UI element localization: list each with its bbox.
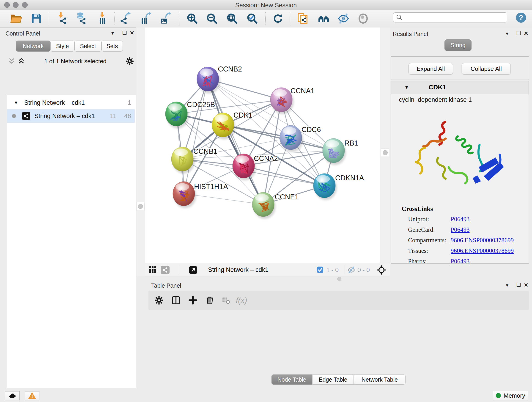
panel-menu-icon[interactable]: ▾	[506, 282, 508, 288]
network-node-CCNA1[interactable]: CCNA1	[270, 87, 315, 114]
section-expand-icon[interactable]: ▼	[404, 85, 409, 90]
search-input[interactable]	[403, 14, 500, 21]
table-columns-icon[interactable]	[170, 294, 182, 307]
search-field[interactable]	[393, 12, 507, 22]
hidden-eye-slash-icon[interactable]	[347, 266, 355, 274]
crosslink-label: Pharos:	[408, 258, 451, 265]
crosslinks-title: CrossLinks	[402, 205, 529, 212]
tab-network-table[interactable]: Network Table	[354, 375, 405, 385]
network-view-toolbar: String Network – cdk1 1 - 0 0 - 0	[145, 263, 390, 276]
network-collection-row[interactable]: ▼ String Network – cdk1 1	[7, 96, 135, 109]
save-session-icon[interactable]	[30, 12, 43, 25]
tab-edge-table[interactable]: Edge Table	[312, 375, 354, 385]
collapse-all-button[interactable]: Collapse All	[462, 63, 511, 75]
tab-sets[interactable]: Sets	[101, 41, 123, 51]
results-content-box: ▼ CDK1 cyclin–dependent kinase 1 Cros	[391, 81, 529, 264]
open-session-icon[interactable]	[9, 12, 22, 25]
panel-close-icon[interactable]: ✕	[524, 282, 528, 288]
right-splitter-grip[interactable]	[381, 148, 389, 157]
table-function-builder-icon[interactable]: f(x)	[235, 294, 248, 307]
help-button[interactable]	[515, 12, 526, 23]
export-table-icon[interactable]	[139, 12, 152, 25]
table-delete-table-icon[interactable]	[220, 294, 232, 307]
control-panel-title: Control Panel	[6, 30, 40, 37]
zoom-out-icon[interactable]	[205, 12, 219, 25]
clipboard-share-icon[interactable]	[296, 12, 309, 25]
expand-all-button[interactable]: Expand All	[409, 63, 453, 75]
tab-string[interactable]: String	[444, 39, 472, 51]
network-node-CCNB2[interactable]: CCNB2	[197, 65, 242, 94]
birds-eye-view-icon[interactable]	[189, 266, 197, 274]
window-title: Session: New Session	[0, 2, 532, 9]
panel-menu-icon[interactable]: ▾	[506, 31, 508, 37]
collapse-all-networks-icon[interactable]	[17, 57, 25, 65]
tab-network[interactable]: Network	[16, 41, 51, 51]
tab-node-table[interactable]: Node Table	[272, 375, 312, 385]
network-graph[interactable]: CCNB2CCNA1CDC25BCDK1CDC6RB1CCNB1CCNA2CDK…	[145, 27, 380, 263]
panel-close-icon[interactable]: ✕	[524, 30, 528, 37]
crosslink-link[interactable]: 9606.ENSP00000378699	[451, 237, 514, 244]
panel-close-icon[interactable]: ✕	[130, 30, 134, 36]
network-row-selected[interactable]: String Network – cdk1 11 48	[7, 109, 135, 123]
export-image-icon[interactable]	[159, 12, 172, 25]
table-gear-icon[interactable]	[152, 294, 165, 307]
panel-float-icon[interactable]: ❑	[516, 30, 521, 36]
network-view-canvas[interactable]: CCNB2CCNA1CDC25BCDK1CDC6RB1CCNB1CCNA2CDK…	[145, 27, 380, 263]
node-label: RB1	[344, 139, 358, 147]
right-splitter[interactable]	[380, 27, 390, 276]
tab-select[interactable]: Select	[75, 41, 101, 51]
string-view-icon[interactable]	[161, 266, 170, 274]
crosslink-link[interactable]: P06493	[451, 226, 470, 233]
panel-menu-icon[interactable]: ▾	[111, 30, 114, 36]
network-node-HIST1H1A[interactable]: HIST1H1A	[173, 182, 228, 208]
memory-button[interactable]: Memory	[493, 391, 528, 400]
crosslink-label: Tissues:	[408, 247, 451, 254]
network-options-gear-icon[interactable]	[126, 57, 134, 65]
network-node-RB1[interactable]: RB1	[323, 138, 358, 165]
zoom-selected-icon[interactable]	[246, 12, 259, 25]
protein-name: CDK1	[429, 84, 446, 91]
import-network-file-icon[interactable]	[56, 12, 69, 25]
collection-expand-icon[interactable]: ▼	[14, 100, 18, 105]
network-node-CCNA2[interactable]: CCNA2	[233, 154, 278, 180]
netbar-divider	[179, 265, 179, 274]
hide-unhide-icon[interactable]	[337, 12, 350, 25]
fit-selected-crosshair-icon[interactable]	[377, 265, 386, 275]
hidden-counts: 0 - 0	[357, 267, 370, 274]
expand-all-networks-icon[interactable]	[8, 57, 16, 65]
network-node-CDKN1A[interactable]: CDKN1A	[313, 173, 364, 200]
network-node-CCNB1[interactable]: CCNB1	[171, 147, 217, 173]
export-network-icon[interactable]	[119, 12, 133, 25]
panel-float-icon[interactable]: ❑	[122, 30, 127, 36]
tab-style[interactable]: Style	[51, 41, 75, 51]
table-panel: Table Panel ▾ ❑ ✕ f(x) shared namenameca…	[145, 281, 532, 388]
import-network-database-icon[interactable]	[75, 12, 88, 25]
refresh-icon[interactable]	[271, 12, 285, 25]
zoom-fit-icon[interactable]	[225, 12, 239, 25]
table-delete-icon[interactable]	[203, 294, 216, 307]
network-node-CCNE1[interactable]: CCNE1	[252, 192, 299, 219]
left-splitter-grip[interactable]	[136, 202, 145, 211]
crosslink-label: GeneCard:	[408, 226, 451, 233]
protein-section-header[interactable]: ▼ CDK1	[391, 81, 529, 94]
crosslink-link[interactable]: 9606.ENSP00000378699	[451, 247, 514, 254]
network-node-CDK1[interactable]: CDK1	[212, 111, 253, 139]
table-add-icon[interactable]	[186, 294, 199, 307]
zoom-in-icon[interactable]	[186, 12, 199, 25]
horizontal-splitter[interactable]	[145, 276, 532, 281]
network-node-CDC6[interactable]: CDC6	[280, 125, 321, 152]
crosslink-link[interactable]: P06493	[451, 258, 470, 265]
cloud-button[interactable]	[5, 391, 20, 400]
selected-checkbox-icon[interactable]	[317, 266, 323, 273]
view-grid-icon[interactable]	[148, 266, 157, 274]
main-toolbar	[0, 10, 532, 28]
import-table-icon[interactable]	[96, 12, 109, 25]
panel-float-icon[interactable]: ❑	[516, 282, 521, 288]
left-splitter[interactable]	[136, 27, 145, 276]
home-pages-icon[interactable]	[317, 12, 330, 25]
horizontal-splitter-grip[interactable]	[337, 277, 341, 281]
show-graphics-details-icon[interactable]	[356, 12, 370, 25]
crosslink-link[interactable]: P06493	[451, 216, 470, 223]
warnings-button[interactable]	[25, 391, 39, 400]
network-edge[interactable]	[184, 79, 208, 194]
